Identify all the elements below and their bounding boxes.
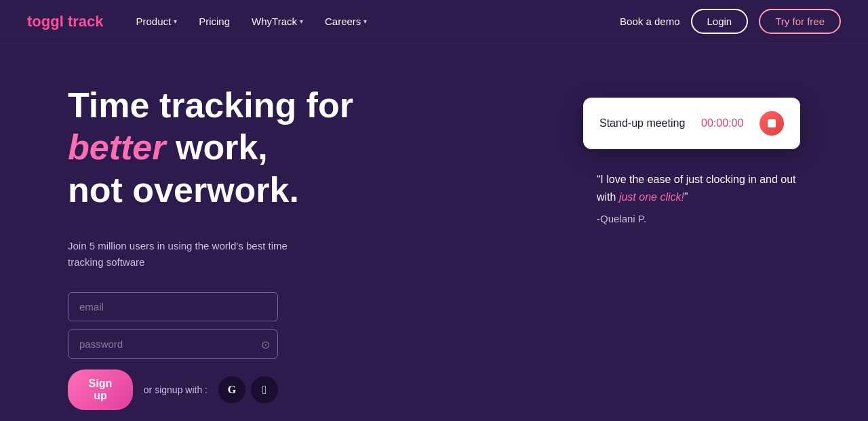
timer-card: Stand-up meeting 00:00:00 [583, 98, 800, 149]
password-wrapper: ⊙ [68, 329, 278, 359]
chevron-down-icon: ▾ [300, 18, 303, 25]
timer-meeting-label: Stand-up meeting [599, 117, 685, 129]
brand-logo[interactable]: toggl track [27, 13, 103, 31]
testimonial: “I love the ease of just clocking in and… [597, 171, 800, 227]
testimonial-quote-after: ” [684, 191, 688, 203]
hero-title-line2: not overwork. [68, 170, 299, 209]
hero-title: Time tracking for better work, not overw… [68, 84, 434, 211]
chevron-down-icon: ▾ [363, 18, 367, 25]
main-content: Time tracking for better work, not overw… [0, 43, 868, 421]
stop-icon [768, 119, 776, 127]
signup-form: ⊙ Sign up or signup with : G  By signin… [68, 292, 278, 421]
google-icon: G [228, 384, 236, 396]
nav-whytrack[interactable]: WhyTrack ▾ [252, 16, 303, 27]
google-signup-button[interactable]: G [218, 376, 245, 403]
password-toggle-icon[interactable]: ⊙ [261, 338, 270, 350]
testimonial-quote-accent: just one click! [619, 191, 684, 203]
left-section: Time tracking for better work, not overw… [68, 84, 434, 421]
timer-stop-button[interactable] [760, 111, 784, 136]
social-buttons: G  [218, 376, 278, 403]
password-field[interactable] [68, 329, 278, 359]
signup-button[interactable]: Sign up [68, 369, 133, 410]
nav-product[interactable]: Product ▾ [136, 16, 177, 27]
nav-pricing[interactable]: Pricing [199, 16, 230, 27]
try-free-button[interactable]: Try for free [759, 9, 841, 34]
testimonial-author: -Quelani P. [597, 211, 800, 227]
hero-title-accent: better [68, 127, 165, 167]
brand-name-part2: track [68, 13, 104, 30]
signup-row: Sign up or signup with : G  [68, 369, 278, 410]
email-field[interactable] [68, 292, 278, 321]
right-section: Stand-up meeting 00:00:00 “I love the ea… [434, 84, 800, 421]
or-text: or signup with : [144, 384, 208, 395]
book-demo-link[interactable]: Book a demo [620, 16, 679, 27]
navbar: toggl track Product ▾ Pricing WhyTrack ▾… [0, 0, 868, 43]
hero-subtitle: Join 5 million users in using the world'… [68, 238, 312, 270]
nav-right: Book a demo Login Try for free [620, 9, 841, 34]
apple-signup-button[interactable]:  [251, 376, 278, 403]
apple-icon:  [262, 383, 267, 397]
nav-links: Product ▾ Pricing WhyTrack ▾ Careers ▾ [136, 16, 620, 27]
nav-careers[interactable]: Careers ▾ [325, 16, 367, 27]
brand-name-part1: toggl [27, 13, 64, 30]
timer-display: 00:00:00 [701, 117, 743, 129]
hero-title-after: work, [165, 127, 267, 167]
login-button[interactable]: Login [691, 9, 749, 34]
chevron-down-icon: ▾ [174, 18, 177, 25]
hero-title-before: Time tracking for [68, 85, 353, 125]
